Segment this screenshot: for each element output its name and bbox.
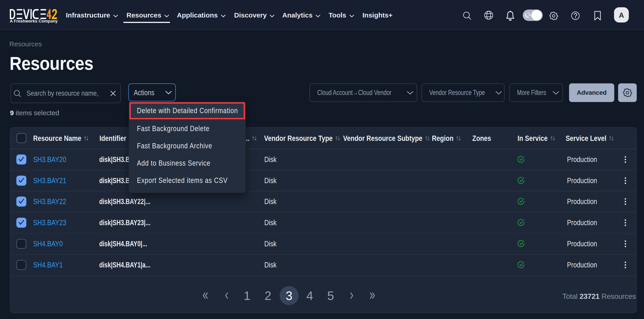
svg-text:A Freshworks Company: A Freshworks Company bbox=[10, 19, 58, 24]
